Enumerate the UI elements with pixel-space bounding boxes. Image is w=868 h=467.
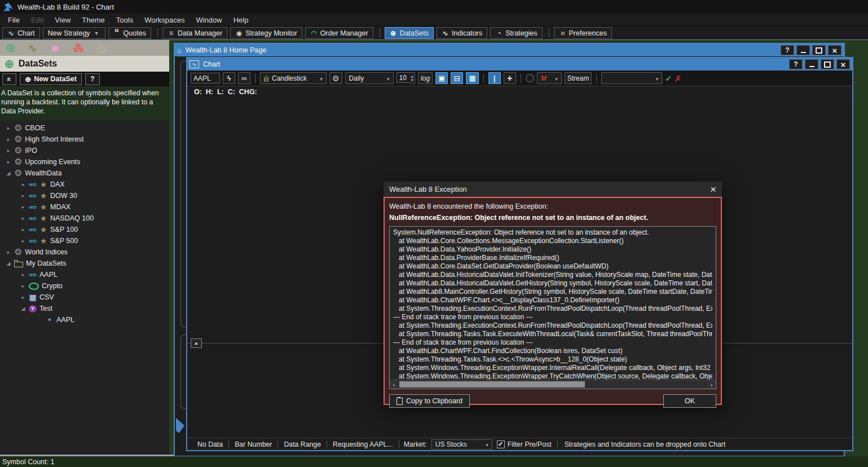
toolbar-button[interactable]: Strategies — [490, 27, 542, 39]
collapse-pane-button[interactable] — [191, 338, 202, 348]
help-window-button[interactable] — [781, 45, 794, 55]
tree-item[interactable]: ▸ S&P 500 — [0, 235, 169, 246]
tree-item[interactable]: ▸ CSV — [0, 292, 169, 303]
toolbar-button[interactable]: Data Manager — [162, 27, 227, 39]
menu-item[interactable]: File — [2, 14, 25, 26]
bar-spacing-input[interactable] — [396, 72, 410, 83]
log-scale-button[interactable]: log — [418, 72, 433, 84]
help-window-button[interactable] — [789, 59, 803, 69]
expander-icon[interactable]: ▸ — [20, 294, 26, 300]
tree-item[interactable]: ▸ DAX — [0, 179, 169, 190]
scale-select[interactable]: Daily — [345, 72, 394, 84]
tree-item[interactable]: ▸ NASDAQ 100 — [0, 213, 169, 224]
expander-icon[interactable]: ▸ — [6, 136, 11, 142]
expander-icon[interactable]: ◢ — [6, 261, 11, 266]
expander-icon[interactable]: ▸ — [20, 215, 26, 221]
maximize-window-button[interactable] — [821, 59, 834, 69]
scrollbar-track[interactable] — [585, 380, 707, 389]
dialog-titlebar[interactable]: Wealth-Lab 8 Exception — [384, 182, 722, 197]
scroll-right-icon[interactable]: › — [707, 380, 716, 389]
menu-item[interactable]: Window — [190, 14, 227, 26]
instant-load-button[interactable] — [223, 72, 235, 84]
close-window-button[interactable] — [836, 59, 850, 69]
tree-item[interactable]: ▸ CBOE — [0, 122, 169, 134]
expander-icon[interactable]: ▸ — [20, 193, 26, 199]
tree-item[interactable]: ◢ Test — [0, 303, 169, 314]
cancel-icon[interactable] — [675, 74, 681, 83]
chart-style-select[interactable]: Candlestick — [260, 72, 327, 84]
tree-item[interactable]: ▸ MDAX — [0, 201, 169, 213]
expander-icon[interactable]: ▸ — [20, 204, 26, 210]
expander-icon[interactable]: ▸ — [20, 283, 26, 289]
crosshair-button[interactable] — [488, 72, 501, 84]
menu-item[interactable]: View — [49, 14, 76, 26]
symbol-link-button[interactable] — [238, 72, 250, 84]
toolbar-button[interactable]: Order Manager — [305, 27, 373, 39]
library-icon[interactable] — [96, 43, 107, 54]
minimize-window-button[interactable] — [805, 59, 818, 69]
menu-item[interactable]: Workspaces — [139, 14, 190, 26]
expander-icon[interactable]: ▸ — [20, 182, 26, 187]
tree-item[interactable]: ▸ World Indices — [0, 246, 169, 258]
chart-image-button[interactable] — [435, 72, 448, 84]
toolbar-button[interactable]: Quotes — [108, 27, 151, 39]
ok-button[interactable]: OK — [663, 394, 716, 408]
menu-item[interactable]: Theme — [76, 14, 110, 26]
spin-down-icon[interactable] — [411, 78, 414, 82]
expander-icon[interactable]: ▸ — [20, 238, 26, 244]
chart-window-titlebar[interactable]: Chart — [187, 58, 852, 71]
tree-item[interactable]: ▸ AAPL — [0, 269, 169, 280]
datasets-globe-icon[interactable] — [6, 42, 16, 54]
copy-to-clipboard-button[interactable]: Copy to Clipboard — [389, 394, 470, 408]
home-window-titlebar[interactable]: Wealth-Lab 8 Home Page — [175, 44, 844, 56]
help-button[interactable]: ? — [85, 73, 100, 85]
new-dataset-button[interactable]: New DataSet — [20, 73, 82, 85]
expander-icon[interactable]: ▸ — [6, 249, 11, 255]
toolbar-button[interactable]: Indicators — [437, 27, 487, 39]
tree-item[interactable]: ▸ Crypto — [0, 280, 169, 292]
toolbar-button[interactable]: Strategy Monitor — [230, 27, 302, 39]
symbol-input[interactable] — [191, 73, 220, 83]
menu-item[interactable]: Edit — [25, 14, 49, 26]
filter-prepost-checkbox[interactable] — [497, 440, 505, 448]
volume-pane-button[interactable] — [451, 72, 463, 84]
close-icon[interactable] — [710, 184, 716, 195]
scroll-left-icon[interactable]: ‹ — [390, 380, 398, 389]
market-select[interactable]: US Stocks — [431, 439, 492, 450]
stack-trace-box[interactable]: System.NullReferenceException: Object re… — [389, 226, 716, 389]
stream-button[interactable]: Stream — [565, 72, 592, 84]
menu-item[interactable]: Help — [228, 14, 254, 26]
expander-icon[interactable]: ▸ — [20, 272, 26, 277]
minimize-window-button[interactable] — [796, 45, 810, 55]
collapse-all-button[interactable] — [2, 73, 16, 85]
toolbar-button[interactable]: DataSets — [385, 27, 434, 39]
add-drawing-button[interactable] — [504, 72, 516, 84]
maximize-window-button[interactable] — [812, 45, 826, 55]
expander-icon[interactable]: ▸ — [6, 159, 11, 165]
tree-item[interactable]: AAPL — [0, 314, 169, 325]
bar-spacing-spinner[interactable] — [396, 72, 416, 84]
expander-icon[interactable]: ▸ — [6, 148, 11, 153]
strategies-brain-icon[interactable] — [50, 43, 61, 54]
strategy-select[interactable] — [601, 72, 662, 84]
building-blocks-icon[interactable] — [73, 43, 84, 54]
tree-item[interactable]: ▸ Upcoming Events — [0, 156, 169, 168]
expander-icon[interactable]: ▸ — [20, 227, 26, 232]
record-radio[interactable] — [526, 74, 534, 82]
expander-icon[interactable]: ▸ — [6, 125, 11, 131]
chart-style-settings-button[interactable] — [329, 72, 342, 84]
expander-icon[interactable]: ◢ — [6, 170, 11, 176]
events-button[interactable] — [466, 72, 478, 84]
menu-item[interactable]: Tools — [111, 14, 139, 26]
tree-item[interactable]: ▸ High Short Interest — [0, 134, 169, 145]
toolbar-button[interactable]: New Strategy — [43, 27, 105, 39]
close-window-button[interactable] — [828, 45, 841, 55]
tree-item[interactable]: ▸ DOW 30 — [0, 190, 169, 201]
indicators-wave-icon[interactable] — [28, 43, 37, 54]
tree-item[interactable]: ▸ IPO — [0, 145, 169, 156]
tree-item[interactable]: ◢ WealthData — [0, 168, 169, 179]
market-profile-select[interactable] — [537, 72, 562, 84]
expander-icon[interactable]: ◢ — [20, 306, 26, 311]
scrollbar-thumb[interactable] — [399, 381, 585, 387]
tree-item[interactable]: ◢ My DataSets — [0, 258, 169, 269]
